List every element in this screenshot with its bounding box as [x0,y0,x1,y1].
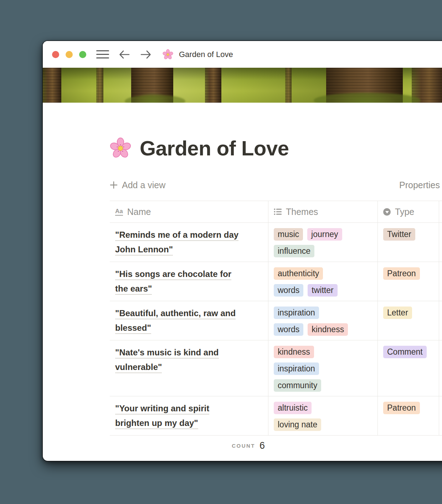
themes-cell[interactable]: inspirationwordskindness [268,301,378,340]
column-label: Type [395,207,414,217]
titlebar: Garden of Love [43,41,442,68]
page-header: Garden of Love [110,136,442,160]
row-title-line: "Nate's music is kind and [115,345,263,360]
row-title-line: the ears" [115,281,263,296]
app-window: Garden of Love Garden of Love Add a view… [43,41,442,461]
tag-line: influence [274,245,372,257]
row-title-line: vulnerable" [115,360,263,374]
traffic-light-zoom-button[interactable] [79,51,86,58]
themes-cell[interactable]: kindnessinspirationcommunity [268,340,378,396]
row-title-line: "His songs are chocolate for [115,267,263,281]
type-cell[interactable]: Patreon [378,262,439,301]
column-header-type[interactable]: Type [378,201,439,222]
themes-cell[interactable]: authenticitywordstwitter [268,262,378,301]
themes-cell[interactable]: altruisticloving nate [268,396,378,435]
row-title-line: "Your writing and spirit [115,401,263,416]
tag-line: altruistic [274,402,372,414]
row-title-line: "Reminds me of a modern day [115,227,263,242]
tag-authenticity: authenticity [274,267,323,280]
themes-cell[interactable]: musicjourneyinfluence [268,223,378,262]
database-table: Aa Name Themes Type [110,201,442,456]
tag-community: community [274,379,321,392]
traffic-light-close-button[interactable] [52,51,59,58]
back-button[interactable] [118,49,130,60]
add-view-label: Add a view [122,180,165,190]
column-header-filler [439,201,442,222]
tag-line: authenticity [274,267,372,280]
tag-kindness: kindness [274,346,314,358]
forward-button[interactable] [140,49,152,60]
column-header-themes[interactable]: Themes [268,201,378,222]
tag-journey: journey [307,228,342,241]
cherry-blossom-icon [163,49,173,60]
column-label: Name [127,207,151,217]
type-cell[interactable]: Comment [378,340,439,396]
row-title-line: John Lennon" [115,242,263,257]
page-title[interactable]: Garden of Love [140,136,289,160]
row-filler [439,396,442,435]
tag-line: wordskindness [274,323,372,336]
count-footer[interactable]: COUNT 6 [110,436,268,456]
name-cell[interactable]: "Reminds me of a modern dayJohn Lennon" [110,223,268,262]
tag-twitter: twitter [308,284,337,297]
count-label: COUNT [232,443,255,449]
properties-button[interactable]: Properties [399,180,440,190]
menu-icon[interactable] [96,48,109,61]
table-header-row: Aa Name Themes Type [110,201,442,223]
type-cell[interactable]: Letter [378,301,439,340]
table-body: "Reminds me of a modern dayJohn Lennon" … [110,223,442,436]
traffic-light-minimize-button[interactable] [66,51,73,58]
page-icon-cherry-blossom[interactable] [110,138,131,159]
tag-Patreon: Patreon [383,267,420,280]
tag-line: wordstwitter [274,284,372,297]
title-property-icon: Aa [115,208,123,216]
tag-inspiration: inspiration [274,307,319,319]
row-filler [439,340,442,396]
plus-icon [110,181,118,189]
tag-Twitter: Twitter [383,228,415,241]
tag-kindness: kindness [308,323,348,336]
row-filler [439,223,442,262]
tag-music: music [274,228,303,241]
count-value: 6 [259,440,265,451]
table-row: "His songs are chocolate forthe ears" au… [110,262,442,301]
multi-select-list-icon [274,208,282,216]
tag-loving-nate: loving nate [274,418,321,431]
name-cell[interactable]: "Your writing and spiritbrighten up my d… [110,396,268,435]
row-filler [439,301,442,340]
tag-line: loving nate [274,418,372,431]
cover-image [43,68,442,103]
table-row: "Nate's music is kind andvulnerable" kin… [110,340,442,396]
name-cell[interactable]: "His songs are chocolate forthe ears" [110,262,268,301]
name-cell[interactable]: "Beautiful, authentic, raw andblessed" [110,301,268,340]
tag-words: words [274,284,303,297]
add-view-button[interactable]: Add a view [110,180,165,190]
tag-words: words [274,323,303,336]
column-header-name[interactable]: Aa Name [110,201,268,222]
tag-Comment: Comment [383,346,427,358]
row-filler [439,262,442,301]
window-title: Garden of Love [179,50,233,59]
tag-line: community [274,379,372,392]
tag-line: musicjourney [274,228,372,241]
table-row: "Reminds me of a modern dayJohn Lennon" … [110,223,442,262]
view-toolbar: Add a view Properties [110,177,442,193]
tag-Letter: Letter [383,307,412,319]
type-cell[interactable]: Patreon [378,396,439,435]
tag-altruistic: altruistic [274,402,312,414]
tag-line: inspiration [274,362,372,375]
row-title-line: brighten up my day" [115,416,263,430]
column-label: Themes [286,207,318,217]
table-row: "Your writing and spiritbrighten up my d… [110,396,442,436]
tag-inspiration: inspiration [274,362,319,375]
table-row: "Beautiful, authentic, raw andblessed" i… [110,301,442,340]
tag-Patreon: Patreon [383,402,420,414]
row-title-line: blessed" [115,320,263,335]
tag-influence: influence [274,245,314,257]
tag-line: inspiration [274,307,372,319]
select-dropdown-icon [383,208,391,216]
type-cell[interactable]: Twitter [378,223,439,262]
name-cell[interactable]: "Nate's music is kind andvulnerable" [110,340,268,396]
row-title-line: "Beautiful, authentic, raw and [115,306,263,320]
tag-line: kindness [274,346,372,358]
